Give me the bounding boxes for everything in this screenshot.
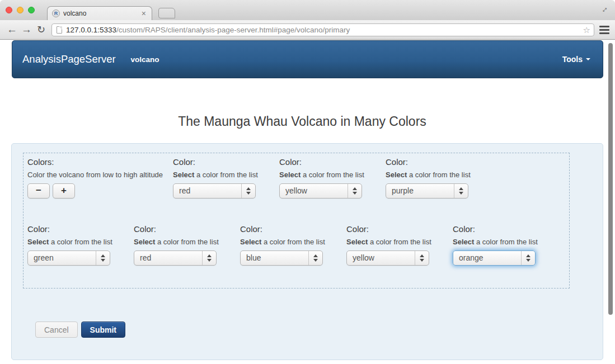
color-select-5[interactable]: red (134, 250, 217, 266)
tab-title: volcano (63, 10, 140, 17)
tools-dropdown[interactable]: Tools (562, 55, 590, 64)
param-color-7: Color: Select a color from the list yell… (346, 224, 431, 266)
select-value: yellow (285, 186, 307, 195)
select-value: orange (459, 253, 483, 262)
submit-button[interactable]: Submit (81, 322, 125, 338)
select-value: red (140, 253, 151, 262)
param-desc-emphasis: Select (240, 238, 261, 246)
window-titlebar: R volcano × ↕ (0, 0, 615, 20)
forward-button[interactable]: → (21, 22, 32, 37)
param-color-4: Color: Select a color from the list gree… (27, 224, 112, 266)
page-title: The Maunga Whau Volcano in Many Colors (0, 114, 604, 129)
param-color-8: Color: Select a color from the list oran… (453, 224, 538, 266)
fullscreen-resize-icon[interactable]: ↕ (600, 4, 610, 14)
param-label: Color: (134, 224, 219, 234)
select-arrows-icon (454, 184, 468, 198)
minimize-window-button[interactable] (17, 7, 24, 13)
window-controls (6, 7, 35, 13)
form-actions: Cancel Submit (35, 322, 125, 338)
color-select-6[interactable]: blue (240, 250, 323, 266)
zoom-window-button[interactable] (28, 7, 35, 13)
select-value: green (34, 253, 54, 262)
select-value: blue (246, 253, 261, 262)
url-host: 127.0.0.1:5333 (66, 26, 116, 34)
param-desc-rest: a color from the list (194, 171, 257, 179)
color-select-4[interactable]: green (27, 250, 110, 266)
param-desc-emphasis: Select (134, 238, 155, 246)
colors-count-stepper: − + (27, 183, 163, 198)
param-desc-emphasis: Select (346, 238, 368, 246)
select-arrows-icon (415, 251, 429, 265)
param-desc-rest: a color from the list (407, 171, 470, 179)
param-label: Colors: (27, 157, 163, 167)
param-desc-emphasis: Select (453, 238, 474, 246)
select-arrows-icon (96, 251, 110, 265)
increase-colors-button[interactable]: + (53, 183, 75, 198)
param-color-1: Color: Select a color from the list red (173, 157, 258, 198)
color-select-7[interactable]: yellow (346, 250, 429, 266)
page-document-icon (57, 26, 62, 34)
back-button[interactable]: ← (7, 22, 17, 37)
param-desc-rest: a color from the list (301, 171, 364, 179)
param-description: Select a color from the list (27, 238, 112, 246)
param-color-3: Color: Select a color from the list purp… (386, 157, 471, 198)
bookmark-star-icon[interactable]: ☆ (583, 25, 590, 35)
param-desc-rest: a color from the list (49, 238, 112, 246)
select-value: purple (392, 186, 414, 195)
address-bar[interactable]: 127.0.0.1:5333 /custom/RAPS/client/analy… (51, 23, 594, 36)
param-description: Select a color from the list (240, 238, 325, 246)
tools-label: Tools (562, 55, 583, 64)
chrome-menu-icon[interactable] (599, 26, 609, 36)
param-desc-emphasis: Select (27, 238, 49, 246)
favicon-r-icon: R (52, 10, 60, 17)
param-label: Color: (279, 157, 364, 167)
param-desc-rest: a color from the list (155, 238, 218, 246)
param-colors-stepper: Colors: Color the volcano from low to hi… (27, 157, 163, 198)
color-select-3[interactable]: purple (386, 183, 468, 198)
select-value: yellow (353, 253, 374, 262)
param-description: Color the volcano from low to high altit… (27, 171, 163, 179)
navbar-page-name: volcano (131, 55, 159, 64)
param-color-2: Color: Select a color from the list yell… (279, 157, 364, 198)
param-desc-rest: a color from the list (474, 238, 537, 246)
param-desc-rest: a color from the list (368, 238, 431, 246)
decrease-colors-button[interactable]: − (27, 183, 50, 198)
param-label: Color: (386, 157, 471, 167)
param-color-5: Color: Select a color from the list red (134, 224, 219, 266)
param-description: Select a color from the list (453, 238, 538, 246)
color-select-1[interactable]: red (173, 183, 256, 198)
select-arrows-icon (521, 251, 535, 265)
param-desc-emphasis: Select (279, 171, 301, 179)
param-description: Select a color from the list (134, 238, 219, 246)
param-label: Color: (240, 224, 325, 234)
scrollbar-thumb[interactable] (608, 43, 613, 315)
param-description: Select a color from the list (173, 171, 258, 179)
analysis-form-panel: Colors: Color the volcano from low to hi… (11, 143, 603, 360)
select-arrows-icon (241, 184, 255, 198)
param-desc-emphasis: Select (173, 171, 194, 179)
param-desc-emphasis: Select (386, 171, 407, 179)
param-desc-rest: a color from the list (261, 238, 325, 246)
color-select-8-focused[interactable]: orange (453, 250, 536, 266)
param-label: Color: (173, 157, 258, 167)
select-value: red (179, 186, 190, 195)
cancel-button[interactable]: Cancel (35, 322, 78, 338)
param-label: Color: (453, 224, 538, 234)
chevron-down-icon (586, 58, 590, 60)
select-arrows-icon (308, 251, 322, 265)
select-arrows-icon (202, 251, 216, 265)
new-tab-button[interactable] (158, 8, 175, 18)
app-brand[interactable]: AnalysisPageServer (12, 53, 116, 65)
app-navbar: AnalysisPageServer volcano Tools (12, 40, 603, 78)
select-arrows-icon (348, 184, 362, 198)
close-window-button[interactable] (6, 7, 12, 13)
tab-close-icon[interactable]: × (140, 10, 147, 17)
param-description: Select a color from the list (279, 171, 364, 179)
browser-tab[interactable]: R volcano × (47, 6, 152, 20)
color-select-2[interactable]: yellow (279, 183, 362, 198)
reload-button[interactable]: ↻ (37, 22, 45, 37)
param-label: Color: (27, 224, 112, 234)
url-path: /custom/RAPS/client/analysis-page-server… (116, 26, 350, 34)
param-description: Select a color from the list (386, 171, 471, 179)
param-description: Select a color from the list (346, 238, 431, 246)
